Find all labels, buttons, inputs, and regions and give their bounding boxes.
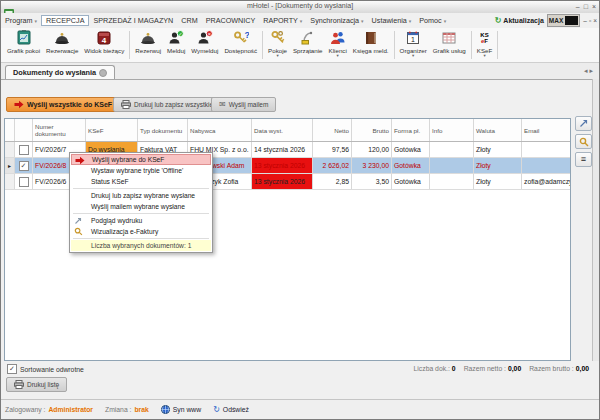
cell-email: zofia@adamczyk.pl bbox=[522, 174, 570, 189]
table-header-row: Numer dokumentu KSeF Typ dokumentu Nabyw… bbox=[5, 119, 570, 142]
cell-email bbox=[522, 158, 570, 173]
context-offline-mode[interactable]: Wystaw wybrane trybie 'Offline' bbox=[71, 165, 211, 176]
cell-brutto: 3,50 bbox=[352, 174, 392, 189]
chevron-down-icon: ▾ bbox=[337, 54, 339, 58]
toolbar-ksef[interactable]: KSeF KSeF ▾ bbox=[474, 30, 495, 61]
current-view-calendar-icon: 4 bbox=[96, 30, 112, 47]
toolbar-separator bbox=[262, 31, 263, 59]
window-close-button[interactable]: × bbox=[592, 2, 596, 11]
toolbar-ksiega-meld[interactable]: Księga meld. bbox=[350, 30, 392, 61]
toolbar-pokoje[interactable]: Pokoje ▾ bbox=[265, 30, 290, 61]
print-list-button[interactable]: Drukuj listę bbox=[6, 377, 67, 392]
header-numer-dokumentu[interactable]: Numer dokumentu bbox=[33, 119, 86, 141]
toolbar-rezerwacje[interactable]: Rezerwacje bbox=[43, 30, 81, 61]
row-checkbox[interactable]: ✓ bbox=[19, 161, 29, 171]
tab-scroll-arrows[interactable]: ◂▸ bbox=[584, 67, 595, 75]
menu-crm[interactable]: CRM bbox=[177, 15, 201, 26]
menu-recepcja[interactable]: RECEPCJA bbox=[41, 15, 89, 26]
cell-forma: Gotówka bbox=[392, 142, 430, 157]
registry-book-icon bbox=[363, 30, 379, 47]
menu-program[interactable]: Program▾ bbox=[1, 15, 41, 26]
toolbar-separator bbox=[129, 31, 130, 59]
send-arrow-icon bbox=[75, 156, 86, 165]
header-email[interactable]: Email bbox=[522, 119, 570, 141]
toolbar-organizer[interactable]: 1 Organizer ▾ bbox=[397, 30, 430, 61]
toolbar-sprzatanie[interactable]: Sprzątanie bbox=[290, 30, 326, 61]
toolbar-widok-biezacy[interactable]: 4 Widok bieżący bbox=[81, 30, 127, 61]
context-print-selected[interactable]: Drukuj lub zapisz wybrane wysłane bbox=[71, 190, 211, 201]
refresh-action[interactable]: ↻ Odśwież bbox=[213, 405, 249, 414]
header-nabywca[interactable]: Nabywca bbox=[188, 119, 252, 141]
header-brutto[interactable]: Brutto bbox=[352, 119, 392, 141]
tab-close-icon[interactable] bbox=[99, 69, 107, 77]
context-menu: Wyślij wybrane do KSeF Wystaw wybrane tr… bbox=[69, 152, 213, 253]
menu-synchronizacja[interactable]: Synchronizacja▾ bbox=[306, 15, 367, 26]
clients-people-icon bbox=[330, 30, 346, 47]
services-grid-icon bbox=[441, 30, 457, 47]
cell-waluta: Złoty bbox=[474, 142, 522, 157]
status-bar: Zalogowany :Administrator Zmiana :brak S… bbox=[1, 399, 599, 420]
mdi-minimize-button[interactable]: – bbox=[583, 17, 587, 24]
header-waluta[interactable]: Waluta bbox=[474, 119, 522, 141]
header-forma-platnosci[interactable]: Forma pł. bbox=[392, 119, 430, 141]
cell-email bbox=[522, 142, 570, 157]
svg-text:?: ? bbox=[244, 30, 249, 40]
search-grid-button[interactable] bbox=[575, 134, 592, 149]
header-typ-dokumentu[interactable]: Typ dokumentu bbox=[138, 119, 188, 141]
row-checkbox[interactable] bbox=[19, 177, 29, 187]
reservation-bell-icon bbox=[54, 30, 70, 47]
row-checkbox[interactable] bbox=[19, 145, 29, 155]
menu-pracownicy[interactable]: PRACOWNICY bbox=[202, 15, 260, 26]
toolbar-klienci[interactable]: Klienci ▾ bbox=[326, 30, 350, 61]
magnifier-icon bbox=[579, 137, 589, 147]
chevron-down-icon: ▾ bbox=[409, 18, 412, 24]
mdi-restore-button[interactable]: ▫ bbox=[589, 17, 591, 24]
header-data-wyst[interactable]: Data wyst. bbox=[252, 119, 313, 141]
header-info[interactable]: Info bbox=[430, 119, 474, 141]
send-mail-button[interactable]: ✉ Wyślij mailem bbox=[211, 97, 276, 112]
print-save-all-button[interactable]: Drukuj lub zapisz wszystkie bbox=[113, 97, 221, 112]
toolbar-grafik-pokoi[interactable]: Grafik pokoi bbox=[4, 30, 43, 61]
refresh-icon: ↻ bbox=[495, 16, 502, 25]
toolbar-rezerwuj[interactable]: Rezerwuj bbox=[132, 30, 164, 61]
context-print-preview[interactable]: Podgląd wydruku bbox=[71, 215, 211, 226]
toolbar-grafik-uslug[interactable]: Grafik usług bbox=[430, 30, 469, 61]
app-window: mHotel - [Dokumenty do wysłania] – □ × P… bbox=[0, 0, 600, 420]
magnifier-icon bbox=[74, 227, 83, 236]
menu-raporty[interactable]: RAPORTY▾ bbox=[259, 15, 306, 26]
menu-sprzedaz-magazyn[interactable]: SPRZEDAŻ I MAGAZYN bbox=[89, 15, 177, 26]
skin-selector[interactable]: MAX bbox=[547, 14, 580, 27]
cell-brutto: 120,00 bbox=[352, 142, 392, 157]
cell-waluta: Złoty bbox=[474, 158, 522, 173]
expand-grid-button[interactable] bbox=[575, 116, 592, 131]
context-mail-selected[interactable]: Wyślij mailem wybrane wysłane bbox=[71, 201, 211, 212]
sort-reverse-checkbox[interactable]: ✓ Sortowanie odwrotne bbox=[7, 364, 84, 374]
update-button[interactable]: ↻Aktualizacja bbox=[495, 16, 544, 25]
cell-info bbox=[430, 174, 474, 189]
context-einvoice-visualization[interactable]: Wizualizacja e-Faktury bbox=[71, 226, 211, 237]
header-netto[interactable]: Netto bbox=[313, 119, 352, 141]
toolbar-wymelduj[interactable]: × Wymelduj bbox=[188, 30, 221, 61]
tab-dokumenty-do-wyslania[interactable]: Dokumenty do wysłania bbox=[5, 65, 115, 79]
context-ksef-status[interactable]: Status KSeF bbox=[71, 176, 211, 187]
toolbar-melduj[interactable]: ✓ Melduj bbox=[164, 30, 188, 61]
mdi-close-button[interactable]: × bbox=[593, 17, 597, 24]
cell-info bbox=[430, 158, 474, 173]
menu-ustawienia[interactable]: Ustawienia▾ bbox=[368, 15, 416, 26]
printer-icon bbox=[121, 100, 131, 109]
hamburger-icon: ≡ bbox=[581, 155, 586, 164]
menu-pomoc[interactable]: Pomoc▾ bbox=[415, 15, 450, 26]
window-minimize-button[interactable]: – bbox=[576, 2, 580, 11]
grid-options-button[interactable]: ≡ bbox=[575, 152, 592, 167]
svg-text:✓: ✓ bbox=[178, 31, 183, 37]
logged-in-label: Zalogowany : bbox=[5, 406, 45, 413]
cell-forma: Gotówka bbox=[392, 158, 430, 173]
send-all-ksef-button[interactable]: Wyślij wszystkie do KSeF bbox=[6, 97, 120, 112]
printer-icon bbox=[14, 380, 24, 389]
window-maximize-button[interactable]: □ bbox=[584, 2, 588, 11]
context-send-selected-ksef[interactable]: Wyślij wybrane do KSeF bbox=[71, 154, 211, 165]
toolbar-separator bbox=[471, 31, 472, 59]
toolbar-dostepnosc[interactable]: ? Dostępność bbox=[221, 30, 260, 61]
sync-www-status[interactable]: Syn www bbox=[161, 405, 201, 414]
header-ksef[interactable]: KSeF bbox=[86, 119, 138, 141]
